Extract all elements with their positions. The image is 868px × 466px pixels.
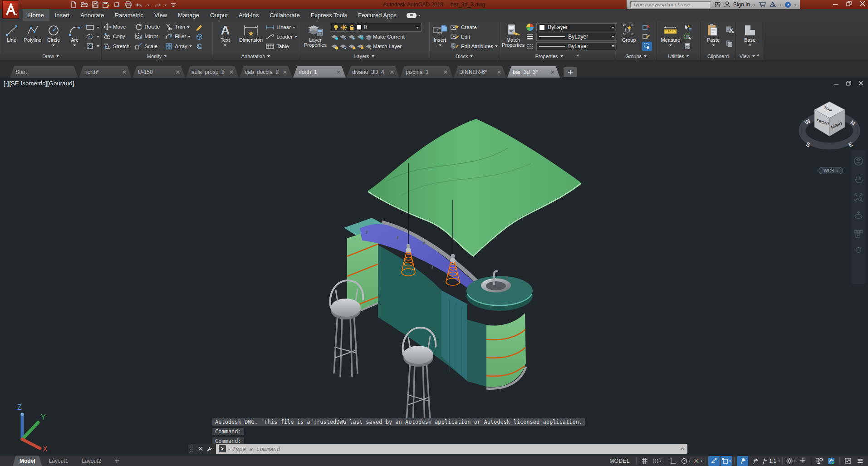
close-tab-icon[interactable]	[497, 70, 501, 74]
arc-tool[interactable]: Arc	[65, 22, 84, 51]
panel-label-annotation[interactable]: Annotation	[212, 52, 299, 60]
customization-button[interactable]	[797, 456, 809, 466]
measure-tool[interactable]: Measure	[659, 22, 682, 51]
group-selection-toggle[interactable]	[642, 42, 652, 51]
snap-dropdown-icon[interactable]	[660, 461, 662, 463]
new-drawing-tab-button[interactable]	[564, 67, 577, 77]
make-current-button[interactable]: Make Current	[373, 34, 405, 39]
ellipse-tool[interactable]	[86, 32, 99, 41]
doc-restore-icon[interactable]	[846, 81, 851, 86]
navigation-wheel-icon[interactable]	[853, 156, 863, 166]
restore-button[interactable]	[846, 1, 852, 6]
trim-tool[interactable]: Trim	[165, 22, 191, 31]
recent-commands-icon[interactable]	[228, 449, 230, 451]
base-view-tool[interactable]: Base	[738, 22, 762, 51]
layer-tool-icons[interactable]	[331, 43, 371, 50]
tab-manage[interactable]: Manage	[172, 9, 205, 21]
properties-dialog-launcher-icon[interactable]	[576, 54, 580, 58]
panel-label-clipboard[interactable]: Clipboard	[701, 52, 736, 60]
round-counter[interactable]	[466, 271, 533, 311]
autoscale-toggle[interactable]	[749, 456, 760, 466]
viewport-controls[interactable]: [-][SE Isometric][Gouraud]	[4, 80, 74, 87]
tab-insert[interactable]: Insert	[49, 9, 75, 21]
clean-screen-button[interactable]	[842, 456, 853, 466]
match-properties-tool[interactable]: Match Properties	[502, 22, 525, 51]
view-dialog-launcher-icon[interactable]	[757, 54, 761, 58]
copy-tool[interactable]: Copy	[103, 32, 129, 41]
scale-dropdown-icon[interactable]	[778, 461, 780, 463]
bar-3d-model[interactable]	[318, 109, 590, 427]
layout-tab-layout1[interactable]: Layout1	[42, 456, 75, 466]
close-button[interactable]	[860, 1, 865, 6]
status-menu-button[interactable]	[854, 456, 866, 466]
file-tab-piscina-1[interactable]: piscina_1	[400, 66, 453, 78]
close-tab-icon[interactable]	[337, 70, 340, 74]
group-edit-tool[interactable]	[642, 32, 652, 41]
file-tab-start[interactable]: Start	[10, 66, 78, 78]
command-input-field[interactable]	[216, 444, 687, 454]
layer-properties-tool[interactable]: Layer Properties	[301, 22, 329, 51]
panel-label-draw[interactable]: Draw	[0, 52, 101, 60]
rotate-tool[interactable]: Rotate	[135, 22, 160, 31]
grid-toggle[interactable]	[639, 456, 650, 466]
scale-tool[interactable]: Scale	[135, 42, 160, 51]
isolate-objects-button[interactable]	[814, 456, 825, 466]
command-close-icon[interactable]	[198, 446, 203, 451]
navbar-customize-icon[interactable]	[855, 247, 862, 253]
object-snap-toggle[interactable]	[721, 456, 732, 466]
search-icon[interactable]	[714, 1, 721, 8]
close-tab-icon[interactable]	[123, 70, 126, 74]
annotation-visibility-toggle[interactable]	[737, 456, 748, 466]
snap-toggle[interactable]	[651, 456, 662, 466]
array-tool[interactable]: Array	[165, 42, 191, 51]
leader-tool[interactable]: Leader	[265, 32, 297, 41]
match-layer-button[interactable]: Match Layer	[373, 44, 402, 49]
doc-close-icon[interactable]	[858, 81, 863, 86]
panel-label-properties[interactable]: Properties	[500, 52, 615, 60]
quick-select-tool[interactable]	[684, 23, 692, 32]
object-snap-tracking-toggle[interactable]	[708, 456, 720, 466]
command-prompt-icon[interactable]	[219, 445, 226, 452]
edit-block-tool[interactable]: Edit	[450, 32, 498, 41]
panel-label-groups[interactable]: Groups	[615, 52, 657, 60]
store-cart-icon[interactable]	[758, 1, 766, 8]
mirror-tool[interactable]: Mirror	[135, 32, 160, 41]
create-block-tool[interactable]: Create	[450, 23, 498, 32]
ungroup-tool[interactable]	[642, 23, 652, 32]
file-tab-u150[interactable]: U-150	[132, 66, 185, 78]
paste-tool[interactable]: Paste	[702, 22, 724, 51]
help-icon[interactable]: ?	[785, 1, 791, 8]
close-tab-icon[interactable]	[176, 70, 180, 74]
pan-icon[interactable]	[853, 174, 863, 184]
wcs-menu-button[interactable]: WCS	[819, 167, 843, 174]
insert-block-tool[interactable]: Insert	[431, 22, 449, 51]
file-tab-divano-3d-4[interactable]: divano_3D_4	[347, 66, 399, 78]
polar-dropdown-icon[interactable]	[689, 461, 691, 463]
right-cabinet[interactable]	[467, 313, 526, 389]
file-tab-north-1[interactable]: north_1	[293, 66, 346, 78]
ribbon-display-toggle[interactable]	[407, 9, 420, 21]
orbit-icon[interactable]	[853, 211, 863, 221]
minimize-button[interactable]	[833, 1, 838, 6]
file-tab-cab-doccia-2[interactable]: cab_doccia_2	[240, 66, 292, 78]
command-drag-handle[interactable]	[188, 444, 195, 454]
tab-express-tools[interactable]: Express Tools	[305, 9, 353, 21]
file-tab-dinner-6[interactable]: DINNER-6*	[454, 66, 506, 78]
isodraft-dropdown-icon[interactable]	[701, 461, 702, 463]
navigation-bar[interactable]	[851, 150, 866, 284]
panel-label-layers[interactable]: Layers	[299, 52, 429, 60]
panel-label-view[interactable]: View	[736, 52, 764, 60]
text-tool[interactable]: A Text	[214, 22, 236, 51]
a360-dropdown-icon[interactable]	[780, 5, 781, 7]
help-dropdown-icon[interactable]	[794, 5, 796, 7]
isodraft-toggle[interactable]	[692, 456, 703, 466]
hatch-tool[interactable]	[86, 42, 99, 51]
command-history-toggle-icon[interactable]	[680, 447, 685, 451]
panel-label-modify[interactable]: Modify	[102, 52, 212, 60]
layer-select-combo[interactable]: 0	[331, 23, 422, 32]
layer-state-icons[interactable]	[331, 33, 371, 40]
panel-label-block[interactable]: Block	[429, 52, 500, 60]
polar-tracking-toggle[interactable]	[680, 456, 691, 466]
move-tool[interactable]: Move	[103, 22, 129, 31]
cut-clip-tool[interactable]	[726, 25, 734, 34]
